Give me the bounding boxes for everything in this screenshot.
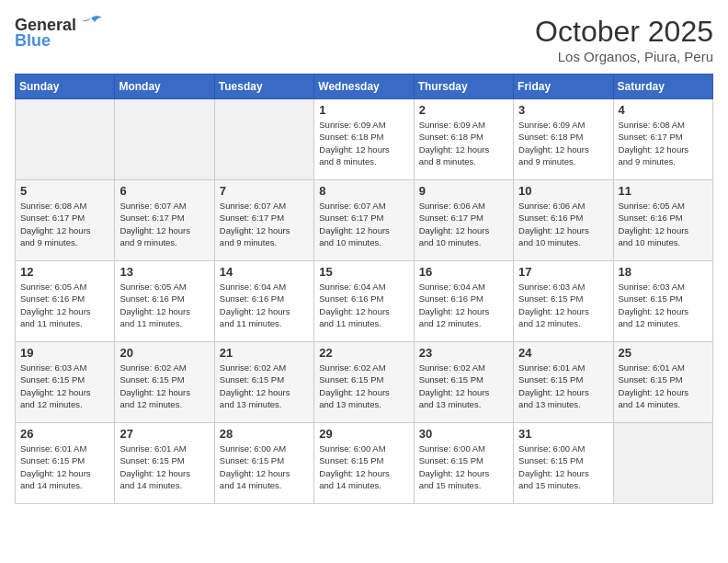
day-info: Sunrise: 6:03 AM Sunset: 6:15 PM Dayligh… — [20, 362, 109, 410]
weekday-header-monday: Monday — [115, 75, 214, 99]
weekday-header-saturday: Saturday — [613, 75, 712, 99]
calendar-cell: 31Sunrise: 6:00 AM Sunset: 6:15 PM Dayli… — [514, 423, 613, 504]
calendar-cell: 2Sunrise: 6:09 AM Sunset: 6:18 PM Daylig… — [414, 99, 513, 180]
calendar-cell: 19Sunrise: 6:03 AM Sunset: 6:15 PM Dayli… — [16, 342, 115, 423]
calendar-cell: 29Sunrise: 6:00 AM Sunset: 6:15 PM Dayli… — [314, 423, 414, 504]
location: Los Organos, Piura, Peru — [535, 49, 713, 64]
calendar-cell: 20Sunrise: 6:02 AM Sunset: 6:15 PM Dayli… — [115, 342, 214, 423]
day-info: Sunrise: 6:05 AM Sunset: 6:16 PM Dayligh… — [20, 281, 109, 329]
calendar-cell: 4Sunrise: 6:08 AM Sunset: 6:17 PM Daylig… — [613, 99, 712, 180]
day-info: Sunrise: 6:03 AM Sunset: 6:15 PM Dayligh… — [619, 281, 708, 329]
calendar-cell: 5Sunrise: 6:08 AM Sunset: 6:17 PM Daylig… — [16, 180, 115, 261]
day-info: Sunrise: 6:02 AM Sunset: 6:15 PM Dayligh… — [119, 362, 209, 410]
logo-blue: Blue — [15, 31, 51, 51]
day-number: 26 — [20, 427, 109, 441]
day-number: 16 — [419, 265, 508, 279]
day-info: Sunrise: 6:04 AM Sunset: 6:16 PM Dayligh… — [220, 281, 309, 329]
calendar-cell: 14Sunrise: 6:04 AM Sunset: 6:16 PM Dayli… — [214, 261, 313, 342]
day-number: 12 — [20, 265, 109, 279]
day-number: 4 — [619, 103, 708, 117]
weekday-header-sunday: Sunday — [16, 75, 115, 99]
day-number: 7 — [220, 184, 309, 198]
calendar-cell: 1Sunrise: 6:09 AM Sunset: 6:18 PM Daylig… — [314, 99, 414, 180]
weekday-header-thursday: Thursday — [414, 75, 513, 99]
calendar-cell: 21Sunrise: 6:02 AM Sunset: 6:15 PM Dayli… — [214, 342, 313, 423]
calendar-cell: 25Sunrise: 6:01 AM Sunset: 6:15 PM Dayli… — [613, 342, 712, 423]
calendar-cell: 3Sunrise: 6:09 AM Sunset: 6:18 PM Daylig… — [514, 99, 613, 180]
day-info: Sunrise: 6:01 AM Sunset: 6:15 PM Dayligh… — [20, 442, 109, 491]
day-info: Sunrise: 6:00 AM Sunset: 6:15 PM Dayligh… — [220, 442, 309, 491]
day-number: 10 — [518, 184, 608, 198]
weekday-header-friday: Friday — [514, 75, 613, 99]
day-info: Sunrise: 6:00 AM Sunset: 6:15 PM Dayligh… — [419, 442, 508, 491]
weekday-header-tuesday: Tuesday — [214, 75, 313, 99]
calendar-cell: 13Sunrise: 6:05 AM Sunset: 6:16 PM Dayli… — [115, 261, 214, 342]
calendar-cell: 15Sunrise: 6:04 AM Sunset: 6:16 PM Dayli… — [314, 261, 414, 342]
day-number: 20 — [119, 346, 209, 360]
day-number: 22 — [319, 346, 408, 360]
day-info: Sunrise: 6:06 AM Sunset: 6:16 PM Dayligh… — [518, 200, 608, 248]
calendar-week-row: 5Sunrise: 6:08 AM Sunset: 6:17 PM Daylig… — [16, 180, 713, 261]
title-section: October 2025 Los Organos, Piura, Peru — [535, 15, 713, 64]
day-info: Sunrise: 6:09 AM Sunset: 6:18 PM Dayligh… — [419, 119, 508, 167]
calendar-week-row: 26Sunrise: 6:01 AM Sunset: 6:15 PM Dayli… — [16, 423, 713, 504]
calendar-cell: 18Sunrise: 6:03 AM Sunset: 6:15 PM Dayli… — [613, 261, 712, 342]
calendar-week-row: 1Sunrise: 6:09 AM Sunset: 6:18 PM Daylig… — [16, 99, 713, 180]
calendar-cell: 24Sunrise: 6:01 AM Sunset: 6:15 PM Dayli… — [514, 342, 613, 423]
day-number: 15 — [319, 265, 408, 279]
day-number: 19 — [20, 346, 109, 360]
calendar-cell: 26Sunrise: 6:01 AM Sunset: 6:15 PM Dayli… — [16, 423, 115, 504]
day-info: Sunrise: 6:04 AM Sunset: 6:16 PM Dayligh… — [319, 281, 408, 329]
day-number: 2 — [419, 103, 508, 117]
day-number: 6 — [119, 184, 209, 198]
day-number: 31 — [518, 427, 608, 441]
calendar-cell: 6Sunrise: 6:07 AM Sunset: 6:17 PM Daylig… — [115, 180, 214, 261]
day-info: Sunrise: 6:05 AM Sunset: 6:16 PM Dayligh… — [619, 200, 708, 248]
calendar-cell: 9Sunrise: 6:06 AM Sunset: 6:17 PM Daylig… — [414, 180, 513, 261]
calendar-cell: 10Sunrise: 6:06 AM Sunset: 6:16 PM Dayli… — [514, 180, 613, 261]
day-number: 23 — [419, 346, 508, 360]
calendar-cell: 28Sunrise: 6:00 AM Sunset: 6:15 PM Dayli… — [214, 423, 313, 504]
day-number: 5 — [20, 184, 109, 198]
calendar-week-row: 12Sunrise: 6:05 AM Sunset: 6:16 PM Dayli… — [16, 261, 713, 342]
day-info: Sunrise: 6:05 AM Sunset: 6:16 PM Dayligh… — [119, 281, 209, 329]
day-info: Sunrise: 6:09 AM Sunset: 6:18 PM Dayligh… — [319, 119, 408, 167]
day-info: Sunrise: 6:02 AM Sunset: 6:15 PM Dayligh… — [419, 362, 508, 410]
calendar-cell: 27Sunrise: 6:01 AM Sunset: 6:15 PM Dayli… — [115, 423, 214, 504]
day-info: Sunrise: 6:00 AM Sunset: 6:15 PM Dayligh… — [518, 442, 608, 491]
calendar-cell: 22Sunrise: 6:02 AM Sunset: 6:15 PM Dayli… — [314, 342, 414, 423]
day-info: Sunrise: 6:06 AM Sunset: 6:17 PM Dayligh… — [419, 200, 508, 248]
calendar-cell: 23Sunrise: 6:02 AM Sunset: 6:15 PM Dayli… — [414, 342, 513, 423]
calendar-cell — [613, 423, 712, 504]
calendar-cell — [214, 99, 313, 180]
calendar-cell: 16Sunrise: 6:04 AM Sunset: 6:16 PM Dayli… — [414, 261, 513, 342]
month-title: October 2025 — [535, 15, 713, 49]
day-number: 25 — [619, 346, 708, 360]
day-number: 13 — [119, 265, 209, 279]
logo-bird-icon — [78, 15, 104, 35]
calendar-cell: 30Sunrise: 6:00 AM Sunset: 6:15 PM Dayli… — [414, 423, 513, 504]
day-info: Sunrise: 6:02 AM Sunset: 6:15 PM Dayligh… — [319, 362, 408, 410]
day-number: 28 — [220, 427, 309, 441]
calendar-cell: 12Sunrise: 6:05 AM Sunset: 6:16 PM Dayli… — [16, 261, 115, 342]
weekday-header-row: SundayMondayTuesdayWednesdayThursdayFrid… — [16, 75, 713, 99]
day-info: Sunrise: 6:04 AM Sunset: 6:16 PM Dayligh… — [419, 281, 508, 329]
calendar-cell — [115, 99, 214, 180]
calendar-cell: 7Sunrise: 6:07 AM Sunset: 6:17 PM Daylig… — [214, 180, 313, 261]
day-info: Sunrise: 6:09 AM Sunset: 6:18 PM Dayligh… — [518, 119, 608, 167]
calendar-cell — [16, 99, 115, 180]
day-info: Sunrise: 6:08 AM Sunset: 6:17 PM Dayligh… — [619, 119, 708, 167]
day-number: 30 — [419, 427, 508, 441]
day-number: 24 — [518, 346, 608, 360]
calendar-table: SundayMondayTuesdayWednesdayThursdayFrid… — [15, 74, 713, 504]
day-number: 27 — [119, 427, 209, 441]
day-info: Sunrise: 6:00 AM Sunset: 6:15 PM Dayligh… — [319, 442, 408, 491]
day-info: Sunrise: 6:01 AM Sunset: 6:15 PM Dayligh… — [518, 362, 608, 410]
day-info: Sunrise: 6:07 AM Sunset: 6:17 PM Dayligh… — [319, 200, 408, 248]
day-info: Sunrise: 6:07 AM Sunset: 6:17 PM Dayligh… — [119, 200, 209, 248]
day-info: Sunrise: 6:01 AM Sunset: 6:15 PM Dayligh… — [119, 442, 209, 491]
day-number: 9 — [419, 184, 508, 198]
calendar-cell: 11Sunrise: 6:05 AM Sunset: 6:16 PM Dayli… — [613, 180, 712, 261]
day-info: Sunrise: 6:08 AM Sunset: 6:17 PM Dayligh… — [20, 200, 109, 248]
day-info: Sunrise: 6:02 AM Sunset: 6:15 PM Dayligh… — [220, 362, 309, 410]
